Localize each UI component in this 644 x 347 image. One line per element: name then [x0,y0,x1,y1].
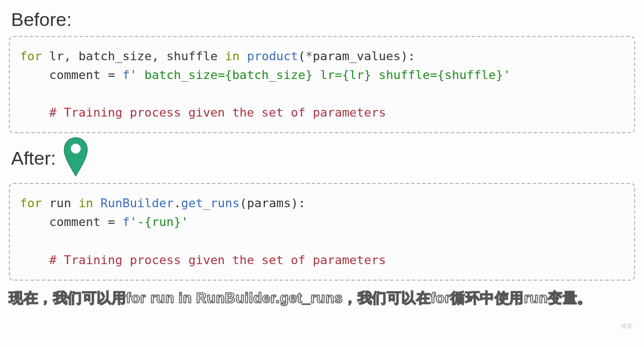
paren: ( [239,196,247,210]
code-text: lr, batch_size, shuffle [42,49,225,63]
operator-star: * [306,49,313,63]
method-getruns: get_runs [181,196,239,210]
code-text: run [42,196,78,210]
heading-after: After: [11,148,56,169]
keyword-for: for [20,49,42,63]
indent [20,253,49,267]
code-text: comment = [49,215,122,229]
paren: ) [401,49,408,63]
code-block-after: for run in RunBuilder.get_runs(params): … [9,183,635,280]
keyword-in: in [225,49,240,63]
code-block-before: for lr, batch_size, shuffle in product(*… [9,36,635,133]
code-text: param_values [313,49,401,63]
fstring-prefix: f [122,215,129,229]
class-runbuilder: RunBuilder [101,196,174,210]
indent [20,215,49,229]
string-literal: ' batch_size={batch_size} lr={lr} shuffl… [130,68,511,82]
paren: ) [291,196,298,210]
indent [20,106,49,119]
keyword-for: for [20,196,42,210]
blank-line [20,232,624,251]
colon: : [408,49,415,63]
code-text: comment = [49,68,122,82]
code-text: params [247,196,291,210]
keyword-in: in [78,196,93,210]
colon: : [298,196,305,210]
string-literal: '-{run}' [130,215,189,229]
paren: ( [298,49,305,63]
comment: # Training process given the set of para… [49,253,386,267]
subtitle-caption: 现在，我们可以用for run in RunBuilder.get_runs，我… [9,288,635,308]
svg-point-0 [71,144,81,154]
blank-line [20,85,624,103]
location-pin-icon [61,135,90,178]
code-text [93,196,100,210]
func-product: product [247,49,299,63]
dot: . [174,196,181,210]
comment: # Training process given the set of para… [49,106,386,119]
indent [20,68,49,82]
heading-before: Before: [11,9,635,30]
code-text [239,49,247,63]
fstring-prefix: f [122,68,129,82]
